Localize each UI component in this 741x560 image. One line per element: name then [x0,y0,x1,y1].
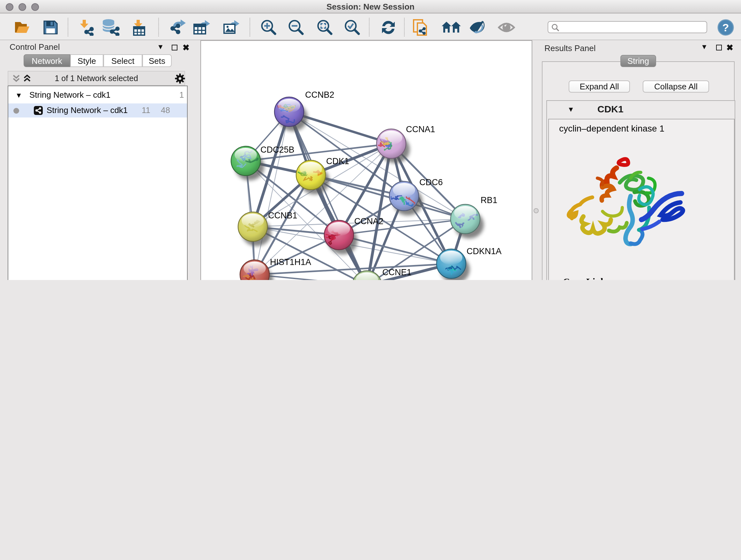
svg-text:CCNA1: CCNA1 [406,125,435,134]
svg-text:HIST1H1A: HIST1H1A [270,257,311,267]
svg-text:RB1: RB1 [481,195,497,205]
svg-text:CCNE1: CCNE1 [382,267,412,277]
svg-text:CDK1: CDK1 [326,157,349,166]
svg-text:CDKN1A: CDKN1A [467,246,502,256]
svg-text:CDC25B: CDC25B [260,145,294,154]
svg-text:CCNB1: CCNB1 [268,211,297,220]
svg-text:?: ? [723,21,729,34]
svg-text:CCNB2: CCNB2 [305,90,334,100]
svg-text:CDC6: CDC6 [419,178,443,187]
svg-text:CCNA2: CCNA2 [354,216,384,226]
